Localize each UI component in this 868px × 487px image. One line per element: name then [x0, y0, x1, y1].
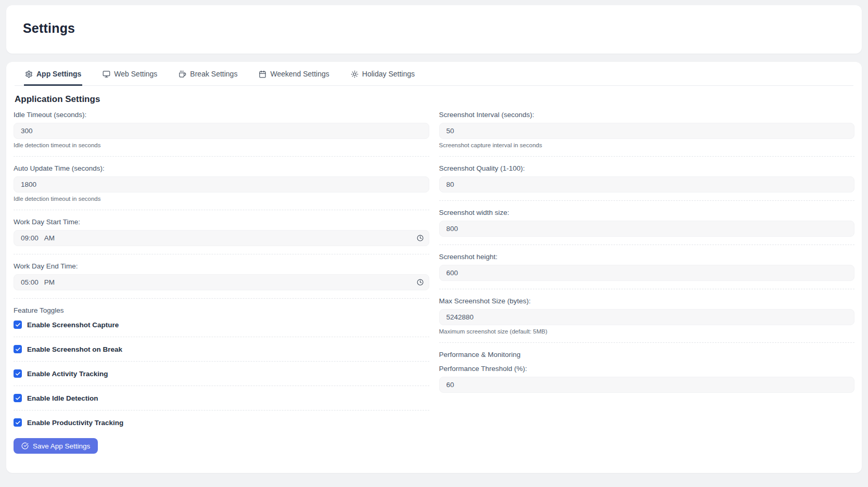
- toggle-label: Enable Screenshot on Break: [27, 345, 122, 353]
- coffee-icon: [178, 70, 186, 78]
- tab-label: App Settings: [36, 70, 81, 78]
- idle-timeout-input[interactable]: [14, 123, 429, 139]
- divider: [14, 298, 429, 299]
- toggle-label: Enable Activity Tracking: [27, 370, 108, 378]
- sun-icon: [351, 70, 359, 78]
- field-label: Work Day Start Time:: [14, 218, 429, 226]
- clock-icon[interactable]: [417, 279, 424, 286]
- divider: [439, 289, 855, 289]
- field-label: Performance Threshold (%):: [439, 365, 855, 373]
- field-screenshot-quality: Screenshot Quality (1-100):: [439, 164, 855, 193]
- divider: [14, 337, 429, 337]
- performance-monitoring-heading: Performance & Monitoring: [439, 351, 855, 358]
- toggle-enable-screenshot-on-break[interactable]: Enable Screenshot on Break: [14, 345, 429, 353]
- tab-label: Holiday Settings: [362, 70, 415, 78]
- divider: [14, 210, 429, 210]
- field-label: Screenshot width size:: [439, 209, 855, 216]
- divider: [14, 156, 429, 157]
- toggle-label: Enable Idle Detection: [27, 394, 98, 402]
- toggle-label: Enable Productivity Tracking: [27, 419, 123, 427]
- left-column: Idle Timeout (seconds): Idle detection t…: [14, 111, 429, 454]
- tab-break-settings[interactable]: Break Settings: [177, 62, 238, 86]
- divider: [14, 410, 429, 411]
- check-circle-icon: [21, 442, 29, 450]
- tab-label: Break Settings: [190, 70, 237, 78]
- clock-icon[interactable]: [417, 235, 424, 241]
- tab-app-settings[interactable]: App Settings: [24, 62, 82, 86]
- toggle-enable-productivity-tracking[interactable]: Enable Productivity Tracking: [14, 418, 429, 427]
- field-label: Max Screenshot Size (bytes):: [439, 297, 855, 305]
- settings-tabbar: App Settings Web Settings Break Settings…: [15, 62, 853, 86]
- field-max-screenshot-size: Max Screenshot Size (bytes): Maximum scr…: [439, 297, 855, 335]
- monitor-icon: [103, 70, 110, 78]
- field-help: Idle detection timeout in seconds: [14, 196, 429, 202]
- field-screenshot-width: Screenshot width size:: [439, 209, 855, 237]
- divider: [14, 361, 429, 362]
- field-label: Screenshot height:: [439, 253, 855, 261]
- section-heading: Application Settings: [15, 94, 853, 105]
- divider: [439, 156, 855, 157]
- divider: [439, 245, 855, 245]
- divider: [439, 342, 855, 343]
- screenshot-width-input[interactable]: [439, 221, 855, 237]
- field-screenshot-height: Screenshot height:: [439, 253, 855, 281]
- performance-threshold-input[interactable]: [439, 377, 855, 393]
- time-value: 05:00: [21, 278, 39, 286]
- work-day-end-time-input[interactable]: 05:00PM: [14, 274, 429, 290]
- screenshot-quality-input[interactable]: [439, 176, 855, 193]
- field-work-day-start: Work Day Start Time: 09:00AM: [14, 218, 429, 246]
- tab-web-settings[interactable]: Web Settings: [101, 62, 158, 86]
- tab-label: Weekend Settings: [270, 70, 329, 78]
- field-label: Screenshot Interval (seconds):: [439, 111, 855, 119]
- field-screenshot-interval: Screenshot Interval (seconds): Screensho…: [439, 111, 855, 148]
- tab-holiday-settings[interactable]: Holiday Settings: [350, 62, 416, 86]
- field-help: Maximum screenshot size (default: 5MB): [439, 328, 855, 335]
- field-label: Work Day End Time:: [14, 262, 429, 270]
- screenshot-interval-input[interactable]: [439, 123, 855, 139]
- meridiem-value: PM: [44, 278, 55, 286]
- checkbox-checked-icon[interactable]: [14, 345, 22, 353]
- toggle-label: Enable Screenshot Capture: [27, 321, 119, 329]
- screenshot-height-input[interactable]: [439, 265, 855, 281]
- feature-toggles-heading: Feature Toggles: [14, 306, 429, 314]
- tab-weekend-settings[interactable]: Weekend Settings: [258, 62, 330, 86]
- field-idle-timeout: Idle Timeout (seconds): Idle detection t…: [14, 111, 429, 148]
- save-app-settings-button[interactable]: Save App Settings: [14, 438, 98, 454]
- time-value: 09:00: [21, 234, 39, 242]
- divider: [14, 254, 429, 254]
- save-button-label: Save App Settings: [33, 442, 90, 450]
- calendar-icon: [259, 70, 266, 78]
- field-work-day-end: Work Day End Time: 05:00PM: [14, 262, 429, 290]
- page-title: Settings: [23, 21, 845, 36]
- field-label: Screenshot Quality (1-100):: [439, 164, 855, 172]
- field-auto-update-time: Auto Update Time (seconds): Idle detecti…: [14, 164, 429, 202]
- field-label: Auto Update Time (seconds):: [14, 164, 429, 172]
- meridiem-value: AM: [44, 234, 55, 242]
- checkbox-checked-icon[interactable]: [14, 321, 22, 329]
- toggle-enable-screenshot-capture[interactable]: Enable Screenshot Capture: [14, 321, 429, 329]
- field-help: Idle detection timeout in seconds: [14, 142, 429, 148]
- max-screenshot-size-input[interactable]: [439, 309, 855, 325]
- page-header: Settings: [6, 5, 862, 54]
- field-help: Screenshot capture interval in seconds: [439, 142, 855, 148]
- checkbox-checked-icon[interactable]: [14, 369, 22, 378]
- work-day-start-time-input[interactable]: 09:00AM: [14, 230, 429, 246]
- auto-update-time-input[interactable]: [14, 176, 429, 193]
- settings-card: App Settings Web Settings Break Settings…: [6, 62, 862, 473]
- tab-label: Web Settings: [114, 70, 157, 78]
- divider: [439, 200, 855, 201]
- gear-icon: [25, 70, 33, 78]
- field-performance-threshold: Performance Threshold (%):: [439, 365, 855, 393]
- checkbox-checked-icon[interactable]: [14, 394, 22, 402]
- divider: [14, 386, 429, 386]
- field-label: Idle Timeout (seconds):: [14, 111, 429, 119]
- toggle-enable-idle-detection[interactable]: Enable Idle Detection: [14, 394, 429, 402]
- toggle-enable-activity-tracking[interactable]: Enable Activity Tracking: [14, 369, 429, 378]
- checkbox-checked-icon[interactable]: [14, 418, 22, 427]
- right-column: Screenshot Interval (seconds): Screensho…: [439, 111, 855, 393]
